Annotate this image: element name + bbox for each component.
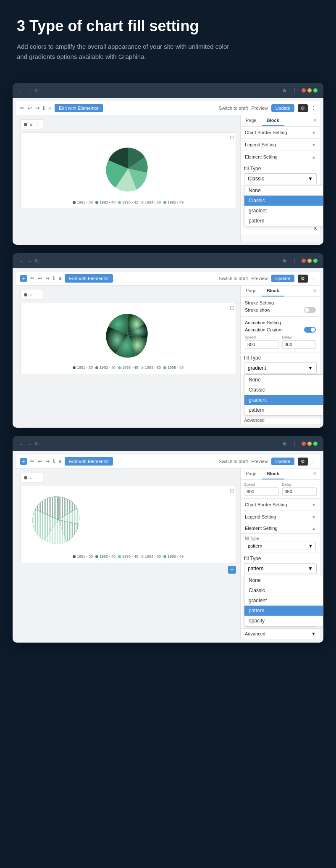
block-tab-3[interactable]: Block: [262, 468, 284, 479]
chart-border-3[interactable]: Chart Border Setting ▼: [241, 499, 320, 511]
settings-btn-2[interactable]: ⚙: [298, 275, 308, 283]
fill-classic-3[interactable]: Classic: [244, 585, 323, 595]
redo-3[interactable]: ↪: [45, 458, 50, 464]
pencil-icon[interactable]: ✏: [20, 105, 24, 111]
menu-dots-3[interactable]: ⋮: [291, 440, 297, 447]
maximize-dot-3[interactable]: [313, 442, 318, 446]
block-tab-1[interactable]: Block: [262, 115, 284, 126]
animation-toggle[interactable]: [304, 327, 316, 333]
panel-close-2[interactable]: ✕: [310, 286, 320, 296]
edit-with-elementor-button[interactable]: Edit with Elementor: [55, 104, 103, 112]
page-tab-3[interactable]: Page: [241, 468, 262, 479]
info-3[interactable]: ℹ: [53, 458, 55, 464]
fill-type-select-2[interactable]: gradient ▼: [244, 363, 317, 373]
hamburger-icon[interactable]: ≡: [48, 105, 51, 111]
forward-arrow-icon[interactable]: →: [26, 87, 32, 94]
minimize-dot-3[interactable]: [307, 442, 312, 446]
refresh-icon-2[interactable]: ↻: [34, 258, 39, 264]
redo-icon[interactable]: ↪: [35, 105, 39, 111]
switch-draft-link[interactable]: Switch to draft: [219, 106, 248, 111]
legend-section-1[interactable]: Legend Setting ▼: [241, 139, 320, 151]
more-icon[interactable]: ⋮: [311, 106, 316, 111]
refresh-3[interactable]: ↻: [34, 441, 39, 447]
settings-btn-3[interactable]: ⚙: [298, 458, 308, 466]
close-dot-3[interactable]: [302, 442, 306, 446]
update-button[interactable]: Update: [271, 104, 294, 112]
delay-val-3[interactable]: 350: [282, 487, 317, 496]
back-arrow-3[interactable]: ←: [18, 441, 24, 447]
more-options-icon[interactable]: ⋮: [35, 122, 39, 127]
add-icon-2[interactable]: +: [20, 275, 27, 282]
fill-select-3[interactable]: pattern ▼: [244, 563, 317, 574]
close-dot[interactable]: [302, 88, 306, 93]
back-arrow-icon[interactable]: ←: [18, 87, 24, 94]
menu-dots-icon[interactable]: ⋮: [291, 87, 297, 94]
element-setting-3[interactable]: Element Setting ▲: [241, 523, 320, 534]
legend-3[interactable]: Legend Setting ▼: [241, 511, 320, 523]
fill-option-gradient-1[interactable]: gradient: [244, 206, 323, 216]
panel-close-3[interactable]: ✕: [310, 468, 320, 479]
info-icon-2[interactable]: ℹ: [53, 275, 55, 281]
fill-opt-none-2[interactable]: None: [244, 375, 323, 385]
update-btn-3[interactable]: Update: [271, 458, 294, 465]
fill-option-pattern-1[interactable]: pattern: [244, 216, 323, 226]
undo-icon[interactable]: ↩: [28, 105, 32, 111]
maximize-dot-2[interactable]: [313, 259, 318, 263]
more-opts-2[interactable]: ⋮: [35, 292, 39, 297]
undo-icon-2[interactable]: ↩: [38, 275, 42, 281]
speed-val-3[interactable]: 800: [244, 487, 279, 496]
pencil-3[interactable]: ✏: [30, 458, 34, 464]
fill-option-none-1[interactable]: None: [244, 185, 323, 196]
minimize-dot[interactable]: [307, 88, 312, 93]
align-icon[interactable]: ≡: [30, 122, 32, 127]
element-section-1[interactable]: Element Setting ▲: [241, 151, 320, 163]
fill-type-select-1[interactable]: Classic ▼: [244, 173, 317, 184]
maximize-dot[interactable]: [313, 88, 318, 93]
fill-opacity-3[interactable]: opacity: [244, 616, 323, 626]
preview-2[interactable]: Preview: [251, 276, 268, 281]
add-icon-3[interactable]: +: [20, 458, 27, 465]
page-tab-2[interactable]: Page: [241, 286, 262, 296]
preview-3[interactable]: Preview: [251, 459, 268, 464]
back-arrow-icon-2[interactable]: ←: [18, 258, 24, 264]
switch-draft-3[interactable]: Switch to draft: [219, 459, 248, 464]
align-icon-2[interactable]: ≡: [30, 292, 32, 297]
fill-opt-pattern-2[interactable]: pattern: [244, 405, 323, 415]
info-icon[interactable]: ℹ: [43, 105, 45, 111]
fill-gradient-3[interactable]: gradient: [244, 595, 323, 606]
edit-elementor-3[interactable]: Edit with Elementor: [65, 457, 113, 466]
fill-none-3[interactable]: None: [244, 575, 323, 585]
minimize-dot-2[interactable]: [307, 259, 312, 263]
update-btn-2[interactable]: Update: [271, 275, 294, 282]
panel-close-1[interactable]: ✕: [310, 115, 320, 126]
delay-input[interactable]: 300: [282, 340, 316, 349]
advanced-row-3[interactable]: Advanced ▼: [241, 629, 320, 639]
hamburger-icon-2[interactable]: ≡: [58, 275, 61, 281]
speed-input[interactable]: 800: [245, 340, 279, 349]
fill-type-panel-value-3[interactable]: pattern ▼: [245, 542, 316, 550]
bookmark-3[interactable]: ★: [282, 440, 287, 447]
fill-option-classic-1[interactable]: Classic: [244, 196, 323, 206]
align-3[interactable]: ≡: [30, 475, 32, 480]
close-dot-2[interactable]: [302, 259, 306, 263]
bookmark-icon[interactable]: ★: [282, 87, 287, 94]
undo-3[interactable]: ↩: [38, 458, 42, 464]
redo-icon-2[interactable]: ↪: [45, 275, 50, 281]
refresh-icon[interactable]: ↻: [34, 87, 39, 94]
chart-border-section-1[interactable]: Chart Border Setting ▼: [241, 127, 320, 139]
switch-draft-2[interactable]: Switch to draft: [219, 276, 248, 281]
more-3[interactable]: ⋮: [311, 459, 316, 464]
fill-opt-gradient-2[interactable]: gradient: [244, 395, 323, 405]
forward-arrow-icon-2[interactable]: →: [26, 258, 32, 264]
page-tab-1[interactable]: Page: [241, 115, 262, 126]
more-icon-2[interactable]: ⋮: [311, 276, 316, 281]
bookmark-icon-2[interactable]: ★: [282, 257, 287, 264]
settings-button[interactable]: ⚙: [298, 104, 308, 112]
fill-opt-classic-2[interactable]: Classic: [244, 385, 323, 395]
forward-arrow-3[interactable]: →: [26, 441, 32, 447]
fill-pattern-3[interactable]: pattern: [244, 606, 323, 616]
pencil-icon-2[interactable]: ✏: [30, 275, 34, 281]
edit-elementor-btn-2[interactable]: Edit with Elementor: [65, 274, 113, 283]
hamburger-3[interactable]: ≡: [58, 458, 61, 464]
add-widget-button[interactable]: +: [228, 566, 236, 574]
